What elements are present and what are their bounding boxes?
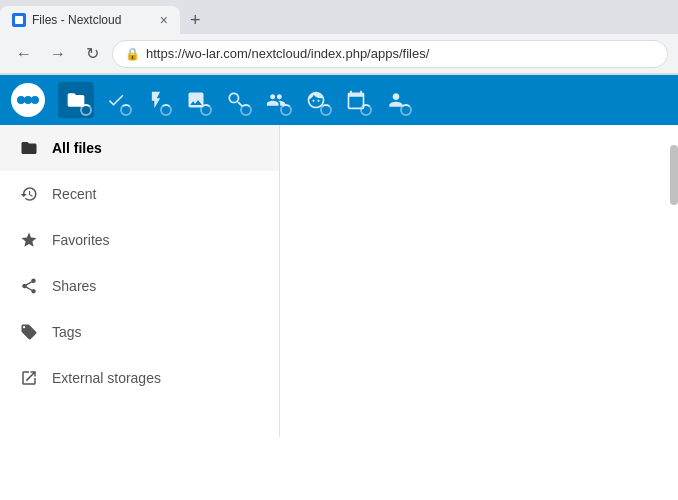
sidebar-label-all-files: All files: [52, 140, 102, 156]
content-area: [280, 125, 678, 437]
loading-spinner: [80, 104, 92, 116]
nav-photos-button[interactable]: [178, 82, 214, 118]
new-tab-button[interactable]: +: [180, 7, 211, 33]
activity-spinner: [120, 104, 132, 116]
svg-point-1: [17, 96, 25, 104]
sidebar: All files Recent Favorites Shares Tags: [0, 125, 280, 437]
main-content: All files Recent Favorites Shares Tags: [0, 125, 678, 437]
sidebar-label-favorites: Favorites: [52, 232, 110, 248]
contacts-spinner: [280, 104, 292, 116]
photos-spinner: [200, 104, 212, 116]
sidebar-item-tags[interactable]: Tags: [0, 309, 279, 355]
external-spinner: [320, 104, 332, 116]
nav-external-button[interactable]: [298, 82, 334, 118]
nav-files-button[interactable]: [58, 82, 94, 118]
tag-icon: [20, 323, 38, 341]
external-storage-icon: [20, 369, 38, 387]
search-spinner: [240, 104, 252, 116]
tab-bar: Files - Nextcloud × +: [0, 0, 678, 34]
nextcloud-logo-icon: [10, 82, 46, 118]
nav-activity-button[interactable]: [98, 82, 134, 118]
address-bar[interactable]: 🔒 https://wo-lar.com/nextcloud/index.php…: [112, 40, 668, 68]
sidebar-item-external-storages[interactable]: External storages: [0, 355, 279, 401]
folder-icon: [20, 139, 38, 157]
sidebar-item-favorites[interactable]: Favorites: [0, 217, 279, 263]
sidebar-label-tags: Tags: [52, 324, 82, 340]
browser-chrome: Files - Nextcloud × + ← → ↻ 🔒 https://wo…: [0, 0, 678, 75]
nav-profile-button[interactable]: [378, 82, 414, 118]
scroll-thumb[interactable]: [670, 145, 678, 205]
nav-calendar-button[interactable]: [338, 82, 374, 118]
address-text: https://wo-lar.com/nextcloud/index.php/a…: [146, 46, 655, 61]
tab-close-button[interactable]: ×: [160, 12, 168, 28]
tab-title: Files - Nextcloud: [32, 13, 154, 27]
svg-point-3: [31, 96, 39, 104]
back-button[interactable]: ←: [10, 40, 38, 68]
sidebar-label-shares: Shares: [52, 278, 96, 294]
nav-contacts-button[interactable]: [258, 82, 294, 118]
star-icon: [20, 231, 38, 249]
nav-search-button[interactable]: [218, 82, 254, 118]
sidebar-item-recent[interactable]: Recent: [0, 171, 279, 217]
browser-nav-bar: ← → ↻ 🔒 https://wo-lar.com/nextcloud/ind…: [0, 34, 678, 74]
browser-tab[interactable]: Files - Nextcloud ×: [0, 6, 180, 34]
sidebar-item-shares[interactable]: Shares: [0, 263, 279, 309]
nextcloud-app: All files Recent Favorites Shares Tags: [0, 75, 678, 437]
forward-button[interactable]: →: [44, 40, 72, 68]
profile-spinner: [400, 104, 412, 116]
clock-icon: [20, 185, 38, 203]
top-nav: [0, 75, 678, 125]
lock-icon: 🔒: [125, 47, 140, 61]
nextcloud-logo[interactable]: [10, 82, 46, 118]
sidebar-label-external-storages: External storages: [52, 370, 161, 386]
tab-favicon: [12, 13, 26, 27]
calendar-spinner: [360, 104, 372, 116]
sidebar-label-recent: Recent: [52, 186, 96, 202]
nav-tasks-button[interactable]: [138, 82, 174, 118]
reload-button[interactable]: ↻: [78, 40, 106, 68]
sidebar-item-all-files[interactable]: All files: [0, 125, 279, 171]
share-icon: [20, 277, 38, 295]
tasks-spinner: [160, 104, 172, 116]
svg-point-2: [24, 96, 32, 104]
